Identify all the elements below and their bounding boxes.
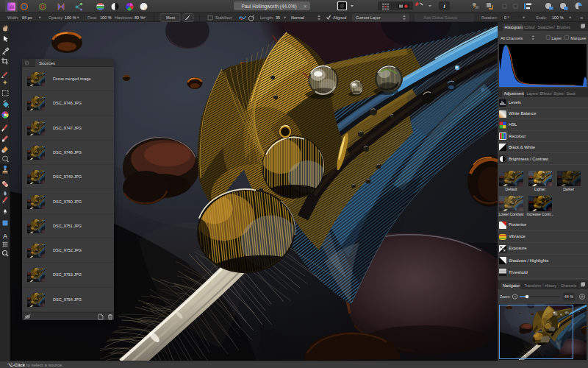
svg-text:Layers: Layers bbox=[527, 91, 539, 96]
svg-text:Hardness:: Hardness: bbox=[115, 15, 134, 20]
svg-text:Opacity:: Opacity: bbox=[49, 15, 64, 20]
svg-text:Scale:: Scale: bbox=[536, 15, 548, 20]
svg-text:Length:: Length: bbox=[260, 15, 274, 20]
svg-text:Flow:: Flow: bbox=[87, 15, 98, 20]
svg-text:0 °: 0 ° bbox=[504, 15, 509, 20]
svg-text:A: A bbox=[3, 233, 7, 240]
svg-text:Paul Hollingworth (44.0%): Paul Hollingworth (44.0%) bbox=[241, 4, 296, 10]
svg-text:80 %: 80 % bbox=[135, 15, 144, 20]
svg-text:Width:: Width: bbox=[7, 15, 19, 20]
svg-text:Add Global Source: Add Global Source bbox=[423, 15, 457, 20]
svg-text:Zoom:: Zoom: bbox=[500, 294, 511, 299]
svg-text:Stabiliser: Stabiliser bbox=[215, 15, 232, 20]
svg-text:Aligned: Aligned bbox=[333, 15, 346, 20]
svg-text:Brushes: Brushes bbox=[557, 25, 571, 29]
svg-text:All Channels: All Channels bbox=[501, 36, 523, 40]
svg-text:Effects: Effects bbox=[540, 91, 552, 96]
svg-text:100 %: 100 % bbox=[65, 15, 76, 20]
svg-text:Normal: Normal bbox=[291, 15, 304, 20]
svg-text:Current Layer: Current Layer bbox=[356, 15, 381, 20]
svg-text:64 px: 64 px bbox=[22, 15, 32, 20]
svg-text:Swatches: Swatches bbox=[538, 25, 554, 29]
svg-text:✕: ✕ bbox=[303, 4, 306, 9]
svg-text:Transform: Transform bbox=[525, 283, 542, 288]
svg-text:»: » bbox=[580, 15, 584, 21]
svg-text:Stock: Stock bbox=[567, 91, 576, 96]
svg-text:More: More bbox=[166, 15, 176, 20]
svg-text:Navigator: Navigator bbox=[503, 283, 520, 288]
svg-text:Rotation:: Rotation: bbox=[481, 15, 498, 20]
svg-text:Channels: Channels bbox=[561, 283, 577, 288]
svg-text:Sources: Sources bbox=[39, 61, 55, 66]
svg-text:Colour: Colour bbox=[524, 25, 535, 29]
svg-text:Adjustment: Adjustment bbox=[504, 91, 524, 96]
svg-text:100 %: 100 % bbox=[552, 15, 564, 20]
svg-text:Histogram: Histogram bbox=[505, 25, 523, 29]
svg-text:44 %: 44 % bbox=[564, 294, 573, 299]
svg-text:35: 35 bbox=[276, 15, 280, 20]
svg-text:Styles: Styles bbox=[553, 91, 564, 96]
svg-text:Layer: Layer bbox=[552, 36, 562, 40]
svg-text:History: History bbox=[545, 283, 557, 288]
svg-text:Marquee: Marquee bbox=[570, 36, 586, 40]
